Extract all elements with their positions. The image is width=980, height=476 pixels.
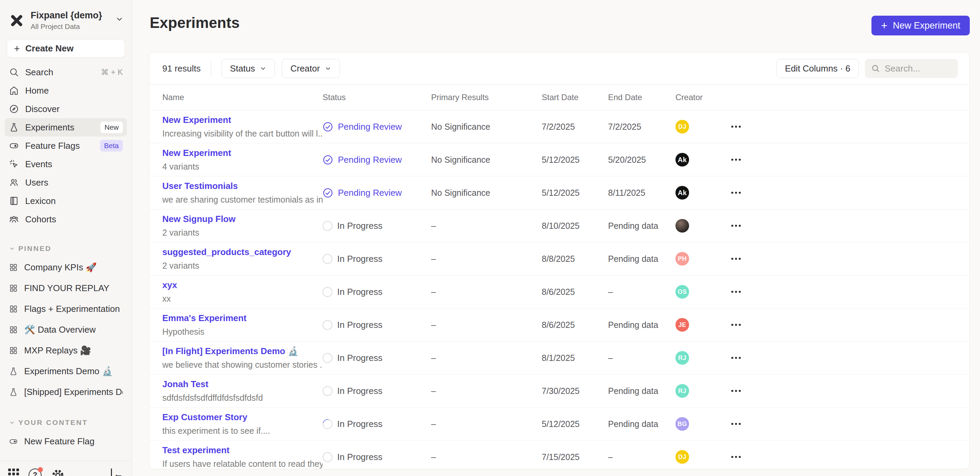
status-label: In Progress — [337, 220, 382, 231]
beta-badge: Beta — [100, 140, 123, 152]
sidebar-item-experiments[interactable]: Experiments New — [5, 118, 127, 137]
pinned-item-company-kpis[interactable]: Company KPIs 🚀 — [5, 257, 127, 278]
experiment-name-link[interactable]: suggested_products_category — [162, 247, 323, 257]
status-label: In Progress — [337, 386, 382, 396]
experiment-description: we believe that showing customer stories… — [162, 360, 323, 370]
collapse-sidebar-icon[interactable]: ← — [111, 468, 124, 476]
experiment-description: this experiment is to see if.... — [162, 426, 323, 436]
apps-grid-icon[interactable] — [8, 468, 19, 476]
pinned-section: PINNED Company KPIs 🚀 FIND YOUR REPLAY F… — [0, 243, 132, 403]
experiment-name-link[interactable]: Test experiment — [162, 445, 323, 455]
end-date-value: Pending data — [608, 254, 675, 264]
row-actions-button[interactable] — [730, 320, 742, 329]
sidebar-item-lexicon[interactable]: Lexicon — [5, 192, 127, 210]
workspace-subtitle: All Project Data — [30, 22, 102, 30]
status-filter[interactable]: Status — [221, 59, 275, 78]
table-row: [In Flight] Experiments Demo 🔬 we believ… — [150, 342, 969, 375]
chevron-down-icon — [259, 65, 266, 72]
pinned-section-header[interactable]: PINNED — [0, 243, 132, 254]
book-icon — [9, 196, 19, 206]
your-content-section-header[interactable]: YOUR CONTENT — [0, 417, 132, 428]
experiment-description: xx — [162, 294, 323, 304]
experiment-name-link[interactable]: Emma's Experiment — [162, 313, 323, 323]
experiment-name-link[interactable]: New Experiment — [162, 115, 323, 125]
progress-circle-icon — [323, 287, 332, 297]
experiment-description: If users have relatable content to read … — [162, 459, 323, 469]
users-icon — [9, 177, 19, 188]
search-shortcut: ⌘ + K — [101, 68, 123, 77]
start-date-value: 8/10/2025 — [542, 221, 608, 231]
status-label: In Progress — [337, 452, 382, 462]
progress-circle-icon — [323, 221, 332, 231]
edit-columns-button[interactable]: Edit Columns · 6 — [776, 59, 859, 78]
row-actions-button[interactable] — [730, 254, 742, 263]
new-badge: New — [100, 121, 123, 133]
experiment-name-link[interactable]: [In Flight] Experiments Demo 🔬 — [162, 346, 323, 356]
help-icon[interactable]: ? — [29, 468, 41, 476]
check-circle-icon — [323, 188, 333, 198]
creator-avatar: PH — [675, 252, 689, 265]
sidebar-footer: ? ← — [0, 461, 132, 476]
toggle-icon — [9, 141, 19, 151]
experiment-name-link[interactable]: Jonah Test — [162, 379, 323, 390]
end-date-value: Pending data — [608, 386, 675, 396]
creator-filter[interactable]: Creator — [282, 59, 340, 78]
table-row: xyx xx In Progress – 8/6/2025 – — [150, 275, 969, 308]
experiment-name-link[interactable]: User Testimonials — [162, 181, 323, 192]
pinned-item-flags-experimentation-demo[interactable]: Flags + Experimentation Demo 🧪 — [5, 299, 127, 319]
creator-avatar: RJ — [675, 384, 689, 398]
plus-icon: + — [14, 43, 20, 54]
primary-results-value: – — [431, 386, 542, 396]
sidebar-item-home[interactable]: Home — [5, 81, 127, 100]
experiment-description: 4 variants — [162, 162, 323, 172]
fixpanel-logo-icon — [9, 13, 24, 28]
row-actions-button[interactable] — [730, 122, 742, 131]
your-content-section: YOUR CONTENT New Feature Flag — [0, 417, 132, 452]
start-date-value: 8/6/2025 — [542, 287, 608, 297]
pinned-item-data-overview[interactable]: 🛠️ Data Overview — [5, 319, 127, 340]
people-group-icon — [9, 214, 19, 224]
pinned-item-mxp-replays[interactable]: MXP Replays 🎥 — [5, 340, 127, 361]
sidebar-item-cohorts[interactable]: Cohorts — [5, 210, 127, 228]
sidebar-item-search[interactable]: Search ⌘ + K — [5, 63, 127, 81]
end-date-value: – — [608, 353, 675, 363]
row-actions-button[interactable] — [730, 288, 742, 296]
experiment-name-link[interactable]: New Signup Flow — [162, 214, 323, 224]
end-date-value: 8/11/2025 — [608, 188, 675, 198]
sidebar-item-users[interactable]: Users — [5, 173, 127, 192]
results-count: 91 results — [162, 63, 201, 74]
search-input[interactable] — [885, 63, 946, 74]
start-date-value: 7/15/2025 — [542, 452, 608, 462]
pinned-item-shipped-experiments-demo[interactable]: [Shipped] Experiments Demo 🖊️ — [5, 382, 127, 403]
end-date-value: Pending data — [608, 320, 675, 330]
pinned-item-experiments-demo[interactable]: Experiments Demo 🔬 — [5, 361, 127, 382]
experiment-name-link[interactable]: New Experiment — [162, 148, 323, 158]
experiment-name-link[interactable]: Exp Customer Story — [162, 412, 323, 423]
primary-results-value: – — [431, 452, 542, 462]
sidebar-item-feature-flags[interactable]: Feature Flags Beta — [5, 137, 127, 155]
row-actions-button[interactable] — [730, 155, 742, 164]
chevron-down-icon — [115, 15, 124, 23]
workspace-switcher[interactable]: Fixpanel {demo} All Project Data — [0, 0, 132, 30]
gear-icon[interactable] — [51, 468, 65, 476]
row-actions-button[interactable] — [730, 353, 742, 362]
row-actions-button[interactable] — [730, 452, 742, 462]
content-item-new-feature-flag[interactable]: New Feature Flag — [5, 431, 127, 452]
table-row: User Testimonials we are sharing custome… — [150, 176, 969, 209]
progress-circle-icon — [323, 386, 332, 396]
pinned-item-find-your-replay[interactable]: FIND YOUR REPLAY — [5, 278, 127, 299]
compass-icon — [9, 104, 19, 114]
board-icon — [9, 284, 18, 293]
row-actions-button[interactable] — [730, 188, 742, 197]
board-icon — [9, 325, 18, 334]
new-experiment-button[interactable]: + New Experiment — [872, 16, 970, 35]
create-new-button[interactable]: + Create New — [7, 40, 125, 58]
row-actions-button[interactable] — [730, 221, 742, 230]
row-actions-button[interactable] — [730, 420, 742, 428]
experiment-name-link[interactable]: xyx — [162, 280, 323, 291]
row-actions-button[interactable] — [730, 387, 742, 395]
board-icon — [9, 304, 18, 313]
sidebar-item-discover[interactable]: Discover — [5, 100, 127, 118]
primary-results-value: – — [431, 221, 542, 231]
sidebar-item-events[interactable]: Events — [5, 155, 127, 173]
